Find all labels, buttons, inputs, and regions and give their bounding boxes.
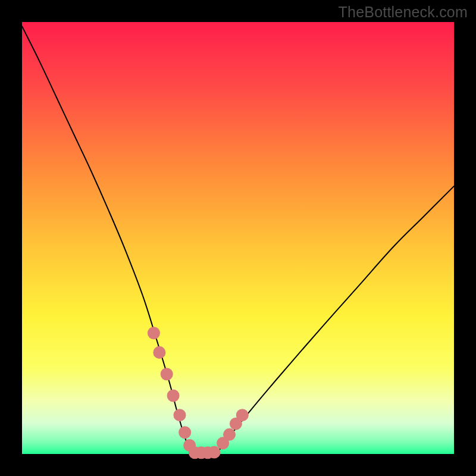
marker-left-lower [161,368,173,380]
marker-right-lower [223,428,236,441]
chart-frame: TheBottleneck.com [0,0,476,476]
marker-floor [208,446,221,459]
marker-left-lower [178,426,191,439]
marker-left-lower [153,346,165,359]
marker-left-lower [173,409,186,421]
series-right-curve [217,186,454,454]
marker-left-lower [167,389,180,402]
marker-right-lower [236,409,249,421]
chart-svg [22,22,454,454]
marker-left-lower [148,327,160,339]
plot-area [22,22,454,454]
series-left-curve [22,26,193,454]
watermark-text: TheBottleneck.com [339,4,468,21]
